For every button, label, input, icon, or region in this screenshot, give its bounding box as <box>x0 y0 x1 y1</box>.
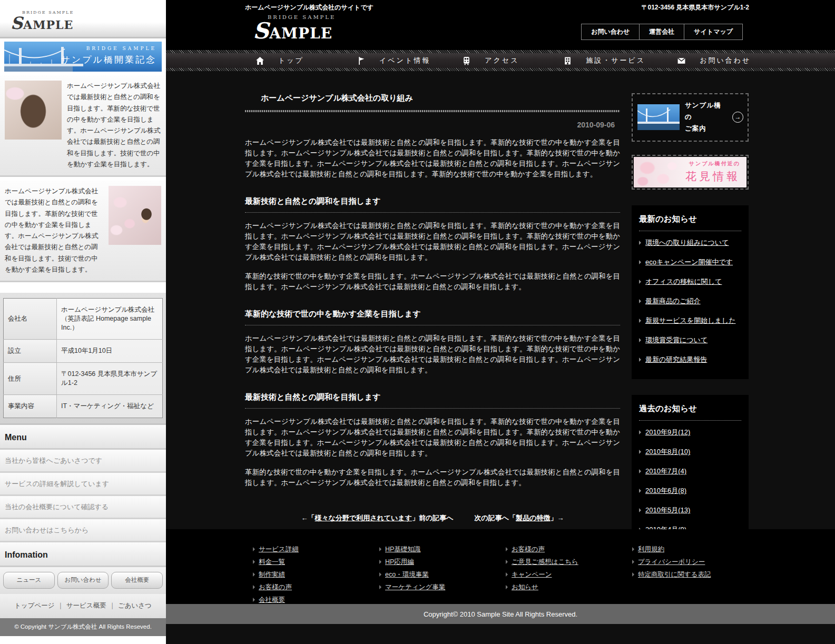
bridge-banner-en: BRIDGE SAMPLE <box>61 46 156 51</box>
footer-link[interactable]: 制作実績 <box>259 570 285 579</box>
news-link[interactable]: 環境への取り組みについて <box>645 238 729 247</box>
bullet-arrow-icon <box>379 547 381 551</box>
news-link[interactable]: 最新の研究結果報告 <box>645 355 707 364</box>
nav-item-facilities[interactable]: 施設・サービス <box>563 56 645 65</box>
profile-box-2: ホームページサンプル株式会社では最新技術と自然との調和を目指します。革新的な技術… <box>0 181 166 282</box>
sidebar-empty-area <box>0 636 166 644</box>
train-icon <box>462 56 471 65</box>
separator: ｜ <box>57 602 64 609</box>
footer-link[interactable]: 料金一覧 <box>259 558 285 567</box>
archive-link[interactable]: 2010年7月(4) <box>645 467 686 476</box>
footer-link[interactable]: ご意見ご感想はこちら <box>512 558 578 567</box>
footer-link[interactable]: 特定商取引に関する表記 <box>638 570 711 579</box>
title-rule <box>245 110 620 112</box>
nav-item-access[interactable]: アクセス <box>462 56 532 65</box>
list-item: 2010年8月(10) <box>639 442 741 462</box>
nav-item-top[interactable]: トップ <box>256 56 325 65</box>
page-title: ホームページサンプル株式会社の取り組み <box>245 93 620 103</box>
sidebar-logo-initial: S <box>11 13 23 33</box>
news-link[interactable]: ecoキャンペーン開催中です <box>645 257 733 267</box>
prev-article-link[interactable]: 様々な分野で利用されています <box>315 514 412 522</box>
bullet-arrow-icon <box>639 241 641 245</box>
bridge-guide-banner[interactable]: サンプル橋の ご案内 → <box>632 93 749 142</box>
list-item: 新規サービスを開始しました <box>639 311 741 331</box>
latest-news-box: 最新のお知らせ 環境への取り組みについて ecoキャンペーン開催中です オフィス… <box>632 205 749 379</box>
sidebar-item-greeting[interactable]: 当社から皆様へごあいさつです <box>0 450 166 473</box>
bullet-arrow-icon <box>639 469 641 473</box>
archive-link[interactable]: 2010年5月(13) <box>645 506 690 515</box>
company-value: 平成10年1月10日 <box>57 340 163 363</box>
news-link[interactable]: 環境賞受賞について <box>645 335 708 345</box>
page: BRIDGE SAMPLE SAMPLE BRIDGE SAMPLE サンプル橋… <box>0 0 835 644</box>
separator: ｜ <box>109 602 115 609</box>
archive-link[interactable]: 2010年6月(8) <box>645 486 686 496</box>
sidebar-logo-subtitle: BRIDGE SAMPLE <box>22 11 74 15</box>
site-logo[interactable]: BRIDGE SAMPLE SAMPLE <box>253 15 336 42</box>
company-info-table: 会社名 ホームページサンプル株式会社 （英語表記 Homepage sample… <box>3 298 163 418</box>
footer-link[interactable]: プライバシーポリシー <box>638 558 705 567</box>
bullet-arrow-icon <box>639 358 641 362</box>
main-column: ホームページサンプル株式会社のサイトです 〒012-3456 見本県見本市サンプ… <box>166 0 835 644</box>
list-item: 最新商品のご紹介 <box>639 292 741 311</box>
news-link[interactable]: 最新商品のご紹介 <box>645 296 701 306</box>
next-article-link[interactable]: 製品の特徴 <box>516 514 550 522</box>
sidebar-link-greeting[interactable]: ごあいさつ <box>118 602 152 609</box>
footer-link[interactable]: HP基礎知識 <box>385 545 420 554</box>
prev-article-suffix: 」前の記事へ <box>412 514 454 522</box>
prev-article-prefix: ←「 <box>301 514 315 522</box>
nav-item-contact[interactable]: お問い合わせ <box>677 56 751 65</box>
footer-link[interactable]: 会社概要 <box>259 596 285 605</box>
sidebar-bridge-banner[interactable]: BRIDGE SAMPLE サンプル橋開業記念 <box>4 42 162 72</box>
news-link[interactable]: 新規サービスを開始しました <box>645 316 735 325</box>
header-contact-button[interactable]: お問い合わせ <box>582 24 640 39</box>
sidebar-item-service[interactable]: サービスの詳細を解説しています <box>0 473 166 496</box>
news-link[interactable]: オフィスの移転に関して <box>645 277 722 286</box>
bullet-arrow-icon <box>639 450 641 454</box>
list-item: HP応用編 <box>379 556 506 568</box>
footer-link[interactable]: お客様の声 <box>259 583 292 592</box>
section-heading: 最新技術と自然との調和を目指します <box>245 196 620 213</box>
profile-text-1: ホームページサンプル株式会社では最新技術と自然との調和を目指します。革新的な技術… <box>67 81 161 170</box>
sidebar-logo: BRIDGE SAMPLE SAMPLE <box>11 11 74 32</box>
list-item: HP基礎知識 <box>379 543 506 556</box>
site-logo-subtitle: BRIDGE SAMPLE <box>268 15 336 20</box>
section-heading: 革新的な技術で世の中を動かす企業を目指します <box>245 309 620 325</box>
sidebar-link-service[interactable]: サービス概要 <box>66 602 106 609</box>
footer-link[interactable]: サービス詳細 <box>259 545 299 554</box>
archive-link[interactable]: 2010年9月(12) <box>645 428 690 437</box>
mail-icon <box>677 56 686 65</box>
company-value: IT・マーケティング・福祉など <box>57 395 163 418</box>
company-label: 設立 <box>4 340 57 363</box>
sidebar-item-contact[interactable]: お問い合わせはこちらから <box>0 519 166 542</box>
profile-photo-1 <box>5 81 62 140</box>
header-operator-button[interactable]: 運営会社 <box>640 24 684 39</box>
nav-item-events[interactable]: イベント情報 <box>357 56 430 65</box>
footer-link[interactable]: お知らせ <box>512 583 538 592</box>
contact-button[interactable]: お問い合わせ <box>57 572 109 589</box>
sidebar-item-company[interactable]: 当社の会社概要について確認する <box>0 496 166 519</box>
footer-link[interactable]: マーケティング事業 <box>385 583 445 592</box>
news-button[interactable]: ニュース <box>3 572 55 589</box>
footer-column-services: サービス詳細 料金一覧 制作実績 お客様の声 会社概要 <box>253 543 379 604</box>
footer-link[interactable]: キャンペーン <box>512 570 552 579</box>
hanami-banner[interactable]: サンプル橋付近の 花見情報 <box>632 155 749 190</box>
bullet-arrow-icon <box>506 560 508 564</box>
header-sitemap-button[interactable]: サイトマップ <box>684 24 742 39</box>
company-overview-button[interactable]: 会社概要 <box>111 572 163 589</box>
archive-link[interactable]: 2010年8月(10) <box>645 447 690 457</box>
footer-link[interactable]: お客様の声 <box>512 545 545 554</box>
latest-news-heading: 最新のお知らせ <box>639 214 741 231</box>
copyright-bar: Copyright© 2010 Sample Site All Rights R… <box>166 604 835 624</box>
list-item: ご意見ご感想はこちら <box>506 556 632 568</box>
flag-icon <box>357 56 366 65</box>
bullet-arrow-icon <box>639 319 641 323</box>
sidebar-link-top[interactable]: トップページ <box>14 602 54 609</box>
footer-link[interactable]: 利用規約 <box>638 545 664 554</box>
list-item: 環境賞受賞について <box>639 331 741 350</box>
bullet-arrow-icon <box>253 572 255 577</box>
section-paragraph: ホームページサンプル株式会社では最新技術と自然との調和を目指します。革新的な技術… <box>245 417 620 459</box>
footer-link[interactable]: eco・環境事業 <box>385 570 429 579</box>
sidebar-copyright: © Copyright サンプル株式会社 All Rights Reseved. <box>0 618 166 636</box>
sidebar-info-buttons: ニュース お問い合わせ 会社概要 <box>0 567 166 594</box>
footer-link[interactable]: HP応用編 <box>385 558 414 567</box>
